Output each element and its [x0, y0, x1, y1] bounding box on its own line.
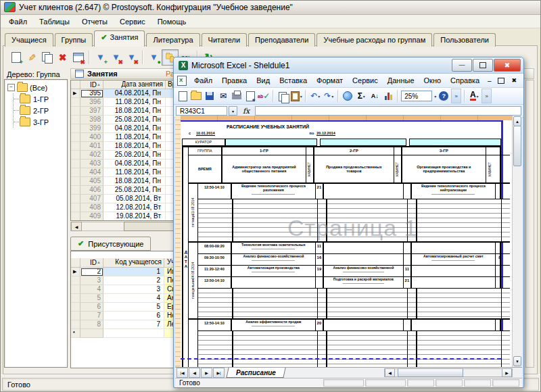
save-icon[interactable] [204, 89, 216, 103]
autosum-icon[interactable]: Σ▾ [355, 89, 367, 103]
tab[interactable]: ✔Группы [55, 33, 93, 47]
lessons-vscrollbar[interactable] [525, 80, 534, 368]
column-header-id[interactable]: ID▲ [80, 258, 103, 268]
tree-item[interactable]: 1-ГР [14, 93, 67, 105]
tab[interactable]: ✔Учебные расходы по группам [316, 33, 432, 47]
spelling-icon[interactable]: ab✓ [258, 89, 270, 103]
collapse-icon[interactable]: − [7, 84, 15, 91]
tab[interactable]: ✔Учащиеся [5, 33, 53, 47]
tab[interactable]: ✔Занятия [94, 30, 145, 47]
scroll-up-icon[interactable]: ▲ [513, 116, 521, 126]
menu-item[interactable]: Вставка [275, 75, 312, 86]
filter-view-icon[interactable]: ▼● [146, 50, 162, 65]
attendees-tab[interactable]: ✔ Присутсвующие [70, 237, 151, 251]
font-color-icon[interactable]: А▾ [468, 89, 480, 103]
add-record-icon[interactable]: + [8, 50, 24, 65]
chart-icon[interactable] [382, 89, 394, 103]
redo-icon[interactable]: ↷▾ [323, 89, 335, 103]
tab[interactable]: ✔Читатели [202, 33, 248, 47]
print-preview-icon[interactable]: ● [244, 89, 256, 103]
menu-item[interactable]: Сервис [348, 75, 383, 86]
excel-title: Microsoft Excel - Sheldule1 [191, 61, 289, 70]
formula-input[interactable] [255, 106, 521, 116]
sheet-tab[interactable]: Расписание [226, 368, 285, 378]
menu-item[interactable]: Справка [446, 75, 484, 86]
filter-clear-icon[interactable]: ▼✖ [124, 50, 139, 65]
sheet-hscrollbar[interactable]: ◀ ▶ [384, 368, 513, 377]
tree-root[interactable]: − (Все) [5, 82, 67, 93]
scroll-left-icon[interactable]: ◀ [71, 222, 82, 231]
tab[interactable]: ✔Литература [146, 33, 199, 47]
lesson-row: 12:50-14:10 Подготовка и раскрой материа… [198, 277, 510, 289]
delete-table-icon[interactable]: ✖ [70, 50, 86, 65]
excel-statusbar: Готово [175, 378, 522, 387]
zoom-dropdown-icon[interactable]: ▾ [434, 94, 436, 99]
scroll-thumb[interactable] [513, 126, 521, 166]
mail-icon[interactable]: ✉ [217, 89, 229, 103]
edit-record-icon[interactable]: ✎ [24, 50, 39, 65]
column-header-date[interactable]: Дата занятия [103, 80, 166, 89]
copy-icon[interactable] [277, 89, 289, 103]
column-header-code[interactable]: Код учащегося [103, 258, 164, 268]
excel-titlebar[interactable]: X Microsoft Excel - Sheldule1 — ✖ [174, 57, 523, 74]
open-icon[interactable] [190, 89, 202, 103]
workbook-icon [177, 76, 187, 86]
row-marker [71, 294, 80, 303]
prev-sheet-icon[interactable]: ◀ [189, 368, 200, 378]
scroll-thumb[interactable] [398, 368, 463, 377]
filter-add-icon[interactable]: ▼+ [93, 50, 108, 65]
menu-item[interactable]: Окно [419, 75, 446, 86]
menu-item[interactable]: Формат [312, 75, 348, 86]
next-sheet-icon[interactable]: ▶ [201, 368, 212, 378]
filter-remove-icon[interactable]: ▼✖ [108, 50, 124, 65]
first-sheet-icon[interactable]: |◀ [177, 368, 188, 378]
tree-item[interactable]: 2-ГР [14, 105, 67, 116]
schedule-table: РАСПИСАНИЕ УЧЕБНЫХ ЗАНЯТИЙ с 10.01.2014 … [182, 122, 501, 367]
fx-icon[interactable]: fx [239, 107, 254, 116]
tree-item[interactable]: 3-ГР [14, 116, 67, 128]
name-box-dropdown-icon[interactable]: ▾ [229, 106, 237, 116]
hyperlink-icon[interactable] [342, 89, 354, 103]
sheet-vscrollbar[interactable]: ▲ ▼ [512, 116, 522, 367]
scroll-down-icon[interactable]: ▼ [513, 356, 521, 366]
menu-item[interactable]: Файл [189, 75, 217, 86]
sheet-canvas[interactable]: РАСПИСАНИЕ УЧЕБНЫХ ЗАНЯТИЙ с 10.01.2014 … [181, 120, 513, 367]
new-icon[interactable] [177, 89, 189, 103]
menu-item[interactable]: Правка [217, 75, 252, 86]
close-button[interactable]: ✖ [494, 59, 521, 72]
menu-item[interactable]: Файл [3, 16, 33, 27]
last-sheet-icon[interactable]: ▶| [213, 368, 225, 378]
row-marker [71, 276, 80, 285]
excel-window[interactable]: X Microsoft Excel - Sheldule1 — ✖ ФайлПр… [173, 57, 524, 388]
row-marker [71, 142, 80, 151]
menu-item[interactable]: Вид [252, 75, 275, 86]
minimize-button[interactable]: — [452, 59, 472, 72]
sort-asc-icon[interactable]: А↓ [369, 89, 381, 103]
menu-item[interactable]: Таблицы [33, 16, 76, 27]
scroll-left-icon[interactable]: ◀ [385, 368, 395, 377]
toolbar-separator [397, 90, 398, 102]
toolbar-options-icon[interactable]: » [481, 89, 492, 103]
menu-item[interactable]: Отчеты [76, 16, 114, 27]
workbook-close-icon[interactable]: ✖ [511, 77, 517, 84]
workbook-restore-icon[interactable] [498, 78, 504, 84]
tab[interactable]: ✔Преподаватели [248, 33, 315, 47]
undo-icon[interactable]: ↶▾ [309, 89, 321, 103]
delete-record-icon[interactable]: ✖ [55, 50, 70, 65]
zoom-select[interactable]: 25% [401, 91, 432, 101]
name-box[interactable]: R343C1 [176, 106, 227, 116]
column-header-id[interactable]: ID▲ [80, 80, 103, 89]
print-icon[interactable] [231, 89, 243, 103]
paste-icon[interactable]: ▾ [290, 89, 302, 103]
tree-children: 1-ГР 2-ГР 3-ГР [13, 93, 67, 128]
help-icon[interactable]: ? [438, 89, 450, 103]
tab[interactable]: ✔Пользователи [433, 33, 496, 47]
toolbar-options-icon[interactable]: » [451, 89, 461, 103]
maximize-button[interactable] [473, 59, 493, 72]
scroll-right-icon[interactable]: ▶ [502, 368, 512, 377]
menu-item[interactable]: Данные [383, 75, 419, 86]
menu-item[interactable]: Сервис [114, 16, 151, 27]
workbook-minimize-icon[interactable]: – [488, 77, 492, 84]
menu-item[interactable]: Помощь [151, 16, 193, 27]
copy-record-icon[interactable] [39, 50, 55, 65]
